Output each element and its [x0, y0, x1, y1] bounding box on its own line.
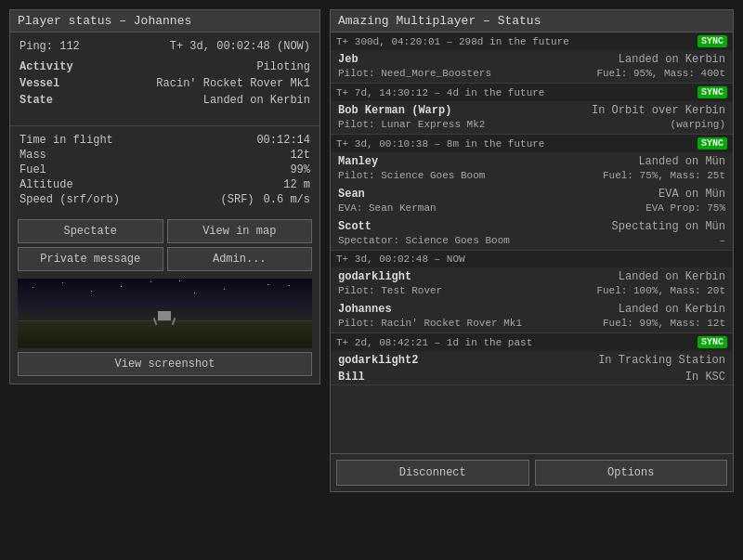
player-detail-row: Pilot: Racin' Rocket Rover Mk1Fuel: 99%,…	[331, 317, 733, 332]
player-detail-left: Pilot: Test Rover	[338, 285, 442, 296]
player-status: In KSC	[685, 371, 725, 384]
time-header: T+ 7d, 14:30:12 – 4d in the futureSYNC	[331, 84, 733, 101]
player-row: godarklightLanded on Kerbin	[331, 267, 733, 284]
player-status: EVA on Mün	[658, 188, 725, 201]
time-header: T+ 3d, 00:02:48 – NOW	[331, 251, 733, 267]
player-name: Bob Kerman (Warp)	[338, 104, 451, 117]
player-detail-row: Pilot: Lunar Express Mk2(warping)	[331, 118, 733, 134]
status-list: T+ 300d, 04:20:01 – 298d in the futureSY…	[331, 33, 733, 453]
player-status: Landed on Mün	[638, 155, 725, 168]
player-status: In Orbit over Kerbin	[592, 104, 725, 117]
time-in-flight-row: Time in flight 00:12:14	[20, 134, 310, 147]
player-name: godarklight2	[338, 354, 418, 367]
time-text: T+ 7d, 14:30:12 – 4d in the future	[336, 87, 544, 98]
time-group: T+ 3d, 00:10:38 – 8m in the futureSYNCMa…	[331, 135, 733, 251]
admin-button[interactable]: Admin...	[167, 247, 313, 271]
time-group: T+ 300d, 04:20:01 – 298d in the futureSY…	[331, 33, 733, 84]
player-detail-right: (warping)	[671, 119, 725, 130]
time-text: T+ 3d, 00:10:38 – 8m in the future	[336, 138, 544, 150]
state-label: State	[20, 94, 53, 107]
player-name: godarklight	[338, 270, 411, 283]
player-detail-left: Pilot: Science Goes Boom	[338, 170, 485, 181]
multiplayer-status-title: Amazing Multiplayer – Status	[331, 10, 733, 33]
screenshot-preview	[18, 279, 312, 348]
vessel-row: Vessel Racin' Rocket Rover Mk1	[20, 77, 310, 90]
player-detail-right: Fuel: 95%, Mass: 400t	[596, 68, 725, 79]
player-name: Scott	[338, 220, 372, 233]
fuel-value: 99%	[290, 163, 310, 176]
time-label: T+ 3d, 00:02:48 (NOW)	[170, 40, 310, 53]
player-name: Bill	[338, 371, 365, 384]
player-detail-left: EVA: Sean Kerman	[338, 202, 437, 214]
player-row: ScottSpectating on Mün	[331, 217, 733, 234]
sync-badge: SYNC	[697, 336, 727, 348]
vessel-label: Vessel	[20, 77, 59, 90]
left-panel: Player status – Johannes Ping: 112 T+ 3d…	[9, 9, 320, 384]
speed-prefix: (SRF)	[221, 193, 254, 206]
altitude-row: Altitude 12 m	[20, 178, 310, 191]
mass-row: Mass 12t	[20, 149, 310, 162]
player-detail-row: Pilot: Need_More_BoostersFuel: 95%, Mass…	[331, 67, 733, 83]
vessel-value: Racin' Rocket Rover Mk1	[156, 77, 310, 90]
sync-badge: SYNC	[697, 86, 727, 98]
state-row: State Landed on Kerbin	[20, 94, 310, 107]
player-detail-left: Spectator: Science Goes Boom	[338, 235, 510, 246]
view-in-map-button[interactable]: View in map	[167, 219, 313, 243]
player-status: Landed on Kerbin	[619, 53, 725, 66]
right-panel: Amazing Multiplayer – Status T+ 300d, 04…	[330, 9, 734, 492]
player-row: BillIn KSC	[331, 368, 733, 384]
private-message-button[interactable]: Private message	[18, 247, 163, 271]
time-header: T+ 3d, 00:10:38 – 8m in the futureSYNC	[331, 135, 733, 152]
ping-label: Ping: 112	[20, 40, 80, 53]
speed-value: (SRF) 0.6 m/s	[221, 193, 310, 206]
player-row: JohannesLanded on Kerbin	[331, 300, 733, 317]
player-detail-row: EVA: Sean KermanEVA Prop: 75%	[331, 202, 733, 217]
player-detail-left: Pilot: Lunar Express Mk2	[338, 119, 485, 130]
fuel-label: Fuel	[20, 163, 46, 176]
player-row: ManleyLanded on Mün	[331, 152, 733, 169]
time-text: T+ 3d, 00:02:48 – NOW	[336, 254, 465, 265]
time-group: T+ 7d, 14:30:12 – 4d in the futureSYNCBo…	[331, 84, 733, 135]
options-button[interactable]: Options	[535, 460, 728, 486]
time-header: T+ 300d, 04:20:01 – 298d in the futureSY…	[331, 33, 733, 50]
time-group: T+ 3d, 00:02:48 – NOWgodarklightLanded o…	[331, 251, 733, 333]
player-name: Johannes	[338, 303, 392, 316]
player-detail-row: Pilot: Science Goes BoomFuel: 75%, Mass:…	[331, 169, 733, 185]
time-in-flight-value: 00:12:14	[256, 134, 310, 147]
screenshot-scene	[18, 279, 312, 348]
player-info-section: Ping: 112 T+ 3d, 00:02:48 (NOW) Activity…	[10, 33, 319, 118]
activity-label: Activity	[20, 60, 73, 73]
mass-value: 12t	[290, 149, 310, 162]
player-name: Jeb	[338, 53, 358, 66]
player-detail-row: Pilot: Test RoverFuel: 100%, Mass: 20t	[331, 284, 733, 300]
lander-icon	[150, 306, 178, 325]
fuel-row: Fuel 99%	[20, 163, 310, 176]
time-header: T+ 2d, 08:42:21 – 1d in the pastSYNC	[331, 333, 733, 351]
player-detail-right: Fuel: 100%, Mass: 20t	[596, 285, 725, 296]
activity-row: Activity Piloting	[20, 60, 310, 73]
player-row: godarklight2In Tracking Station	[331, 351, 733, 368]
player-detail-left: Pilot: Racin' Rocket Rover Mk1	[338, 318, 522, 329]
stats-section: Time in flight 00:12:14 Mass 12t Fuel 99…	[10, 134, 319, 215]
disconnect-button[interactable]: Disconnect	[336, 460, 529, 486]
bottom-buttons: Disconnect Options	[331, 453, 733, 491]
view-screenshot-button[interactable]: View screenshot	[18, 352, 312, 376]
player-detail-row: Spectator: Science Goes Boom–	[331, 234, 733, 250]
player-status: Spectating on Mün	[612, 220, 725, 233]
speed-label: Speed (srf/orb)	[20, 193, 120, 206]
player-detail-right: Fuel: 75%, Mass: 25t	[603, 170, 725, 181]
player-row: Bob Kerman (Warp)In Orbit over Kerbin	[331, 101, 733, 118]
mass-label: Mass	[20, 149, 46, 162]
speed-number: 0.6 m/s	[264, 193, 310, 206]
player-detail-left: Pilot: Need_More_Boosters	[338, 68, 491, 79]
speed-row: Speed (srf/orb) (SRF) 0.6 m/s	[20, 193, 310, 206]
time-text: T+ 300d, 04:20:01 – 298d in the future	[336, 36, 569, 47]
player-row: JebLanded on Kerbin	[331, 50, 733, 67]
sync-badge: SYNC	[697, 35, 727, 47]
spectate-button[interactable]: Spectate	[18, 219, 163, 243]
action-buttons: Spectate View in map Private message Adm…	[10, 215, 319, 275]
player-detail-right: –	[719, 235, 725, 246]
altitude-label: Altitude	[20, 178, 73, 191]
time-in-flight-label: Time in flight	[20, 134, 113, 147]
player-status: Landed on Kerbin	[619, 270, 725, 283]
